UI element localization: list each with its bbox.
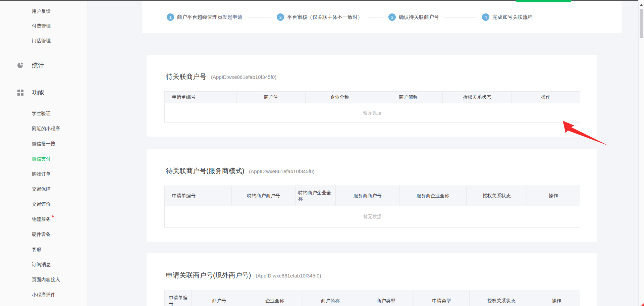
sidebar-section-features[interactable]: 功能: [0, 79, 88, 106]
sidebar-item-customer-service[interactable]: 客服: [0, 242, 88, 257]
section-appid: (AppID:wxe861efab10f345f0): [211, 74, 276, 80]
column-header: 企业全称: [305, 92, 374, 103]
grid-icon: [17, 90, 23, 96]
section-pending-merchants: 待关联商户号 (AppID:wxe861efab10f345f0) 申请单编号 …: [147, 55, 597, 137]
red-annotation-arrow: [557, 118, 611, 148]
sidebar-item-page-content-access[interactable]: 页面内容接入: [0, 272, 88, 287]
sidebar-item-shopping-orders[interactable]: 购物订单: [0, 166, 88, 182]
corner-red-marker: [641, 303, 644, 306]
section-title: 申请关联商户号(境外商户号): [166, 271, 251, 280]
section-title: 待关联商户号: [166, 72, 206, 81]
step-1-apply-link[interactable]: 发起申请: [222, 14, 243, 20]
column-header: 商户类型: [358, 290, 414, 306]
column-header: 特约商户商户号: [232, 186, 296, 206]
sidebar-item-wechat-pay[interactable]: 微信支付: [0, 151, 88, 166]
column-header: 企业全称: [247, 290, 303, 306]
step-2-circle: 2: [277, 13, 284, 21]
step-connector: [368, 17, 383, 17]
sidebar-item-nearby-miniprograms[interactable]: 附近的小程序: [0, 121, 88, 136]
sidebar-item-payment-management[interactable]: 付费管理: [0, 18, 88, 33]
column-header: 商户号: [192, 290, 247, 306]
main-content: 1 商户平台超级管理员发起申请 2 平台审核（仅关联主体不一致时） 3 确认待关…: [88, 1, 638, 306]
column-header: 申请单编号: [165, 186, 232, 206]
sidebar-item-transaction-guarantee[interactable]: 交易保障: [0, 182, 88, 197]
sidebar-item-subscription-messages[interactable]: 订阅消息: [0, 257, 88, 272]
empty-state-text: 暂无数据: [165, 206, 580, 228]
sidebar-item-store-management[interactable]: 门店管理: [0, 33, 88, 48]
empty-row: 暂无数据: [165, 206, 580, 228]
sidebar-item-hardware-devices[interactable]: 硬件设备: [0, 227, 88, 242]
sidebar-section-label: 功能: [32, 89, 44, 97]
step-1-text: 商户平台超级管理员: [177, 14, 222, 20]
column-header: 服务商企业全称: [399, 186, 467, 206]
step-4-label: 完成账号关联流程: [492, 14, 533, 20]
column-header: 授权关系状态: [443, 92, 512, 103]
column-header: 商户简称: [374, 92, 443, 103]
sidebar-section-statistics[interactable]: 统计: [0, 52, 88, 79]
sidebar-item-user-feedback[interactable]: 用户反馈: [0, 4, 88, 18]
sidebar-item-miniprogram-plugins[interactable]: 小程序插件: [0, 287, 88, 302]
sidebar-item-transaction-reviews[interactable]: 交易评价: [0, 197, 88, 212]
column-header: 操作: [512, 92, 580, 103]
column-header: 操作: [533, 290, 580, 306]
vertical-scrollbar[interactable]: [638, 0, 644, 306]
scrollbar-thumb[interactable]: [640, 9, 643, 38]
empty-state-text: 暂无数据: [165, 103, 580, 123]
column-header: 申请单编号: [165, 290, 192, 306]
step-3: 3 确认待关联商户号: [388, 13, 439, 21]
column-header: 授权关系状态: [467, 186, 527, 206]
step-2-label: 平台审核（仅关联主体不一致时）: [287, 14, 363, 20]
steps-bar: 1 商户平台超级管理员发起申请 2 平台审核（仅关联主体不一致时） 3 确认待关…: [142, 1, 622, 33]
sidebar-item-student-verification[interactable]: 学生验证: [0, 106, 88, 121]
sidebar: 用户反馈 付费管理 门店管理 统计 功能 学生验证 附近的小程序 微信搜一搜 微…: [0, 1, 88, 306]
column-header: 授权关系状态: [470, 290, 533, 306]
step-1-circle: 1: [167, 13, 174, 21]
section-appid: (AppID:wxe861efab10f345f0): [249, 168, 314, 174]
scrollbar-up-arrow[interactable]: [640, 4, 643, 6]
step-1: 1 商户平台超级管理员发起申请: [167, 13, 243, 21]
column-header: 特约商户企业全称: [296, 186, 336, 206]
column-header: 操作: [527, 186, 580, 206]
step-1-label: 商户平台超级管理员发起申请: [177, 14, 243, 20]
red-dot-badge: [52, 215, 54, 217]
sidebar-item-wechat-search[interactable]: 微信搜一搜: [0, 136, 88, 151]
column-header: 商户号: [237, 92, 306, 103]
overseas-merchants-table: 申请单编号 商户号 企业全称 商户简称 商户类型 申请类型 授权关系状态 操作: [164, 290, 580, 306]
column-header: 商户简称: [303, 290, 358, 306]
column-header: 申请单编号: [165, 92, 237, 103]
sidebar-section-label: 统计: [32, 61, 44, 69]
step-4: 4 完成账号关联流程: [482, 13, 533, 21]
step-2: 2 平台审核（仅关联主体不一致时）: [277, 13, 363, 21]
step-4-circle: 4: [482, 13, 489, 21]
step-connector: [248, 17, 271, 17]
section-appid: (AppID:wxe861efab10f345f0): [256, 273, 321, 278]
section-overseas-merchants: 申请关联商户号(境外商户号) (AppID:wxe861efab10f345f0…: [147, 253, 597, 306]
step-3-circle: 3: [388, 13, 396, 21]
service-provider-table: 申请单编号 特约商户商户号 特约商户企业全称 服务商商户号 服务商企业全称 授权…: [164, 186, 580, 228]
sidebar-item-label: 物流服务: [32, 216, 51, 222]
empty-row: 暂无数据: [165, 103, 580, 123]
step-connector: [444, 17, 477, 17]
sidebar-item-logistics-service[interactable]: 物流服务: [0, 212, 88, 227]
section-title: 待关联商户号(服务商模式): [166, 166, 244, 175]
pie-chart-icon: [17, 62, 23, 68]
column-header: 服务商商户号: [336, 186, 399, 206]
column-header: 申请类型: [414, 290, 470, 306]
pending-merchants-table: 申请单编号 商户号 企业全称 商户简称 授权关系状态 操作 暂无数据: [164, 91, 580, 123]
section-pending-merchants-service-provider: 待关联商户号(服务商模式) (AppID:wxe861efab10f345f0)…: [147, 149, 597, 242]
step-3-label: 确认待关联商户号: [399, 14, 439, 20]
green-button-edge: [516, 0, 572, 2]
